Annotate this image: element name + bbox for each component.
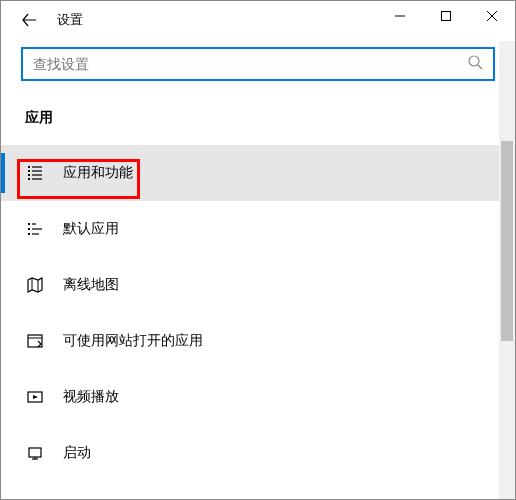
- back-arrow-icon: [20, 11, 38, 29]
- nav-label: 视频播放: [63, 388, 119, 406]
- nav-label: 默认应用: [63, 220, 119, 238]
- nav-item-video-playback[interactable]: 视频播放: [1, 369, 515, 425]
- nav-label: 可使用网站打开的应用: [63, 332, 203, 350]
- search-wrap: [1, 39, 515, 81]
- svg-line-5: [478, 65, 482, 69]
- minimize-button[interactable]: [377, 1, 423, 31]
- titlebar: 设置: [1, 1, 515, 39]
- nav-label: 应用和功能: [63, 164, 133, 182]
- svg-rect-15: [28, 228, 30, 230]
- svg-rect-16: [28, 233, 30, 235]
- close-icon: [486, 10, 498, 22]
- svg-rect-14: [28, 223, 30, 225]
- website-apps-icon: [25, 331, 45, 351]
- svg-rect-9: [28, 178, 30, 180]
- svg-rect-6: [28, 166, 30, 168]
- nav-label: 启动: [63, 444, 91, 462]
- video-playback-icon: [25, 387, 45, 407]
- apps-features-icon: [25, 163, 45, 183]
- search-icon: [467, 54, 483, 74]
- startup-icon: [25, 443, 45, 463]
- nav-item-website-apps[interactable]: 可使用网站打开的应用: [1, 313, 515, 369]
- section-header: 应用: [1, 81, 515, 145]
- nav-item-offline-maps[interactable]: 离线地图: [1, 257, 515, 313]
- scroll-thumb[interactable]: [501, 141, 513, 341]
- minimize-icon: [394, 10, 406, 22]
- window-controls: [377, 1, 515, 31]
- scrollbar[interactable]: [499, 41, 515, 499]
- close-button[interactable]: [469, 1, 515, 31]
- svg-rect-1: [442, 12, 451, 21]
- nav-item-apps-features[interactable]: 应用和功能: [1, 145, 515, 201]
- nav-item-default-apps[interactable]: 默认应用: [1, 201, 515, 257]
- search-input[interactable]: [33, 56, 467, 72]
- nav-label: 离线地图: [63, 276, 119, 294]
- offline-maps-icon: [25, 275, 45, 295]
- svg-rect-7: [28, 170, 30, 172]
- maximize-button[interactable]: [423, 1, 469, 31]
- nav-item-startup[interactable]: 启动: [1, 425, 515, 481]
- svg-point-4: [469, 56, 479, 66]
- svg-rect-8: [28, 174, 30, 176]
- maximize-icon: [440, 10, 452, 22]
- search-box[interactable]: [21, 47, 495, 81]
- back-button[interactable]: [9, 1, 49, 39]
- nav-list: 应用和功能 默认应用 离线地图: [1, 145, 515, 481]
- svg-rect-25: [29, 448, 41, 457]
- window-title: 设置: [57, 11, 83, 29]
- default-apps-icon: [25, 219, 45, 239]
